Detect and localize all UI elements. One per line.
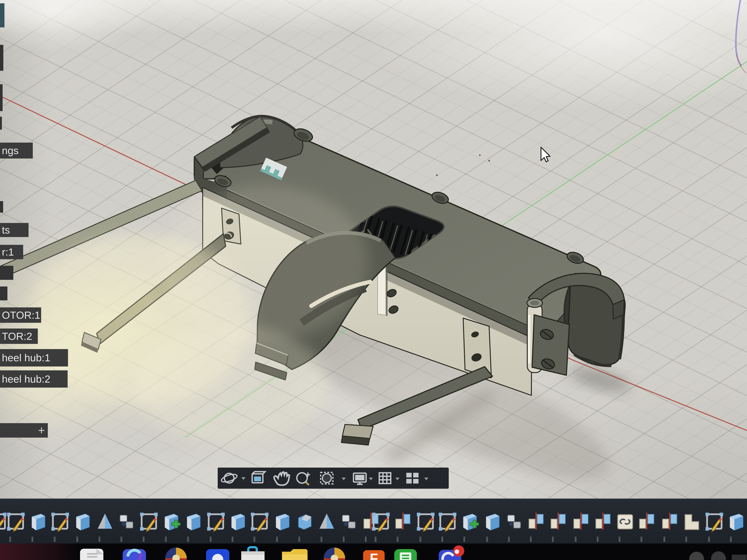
svg-text:F: F <box>369 551 378 560</box>
